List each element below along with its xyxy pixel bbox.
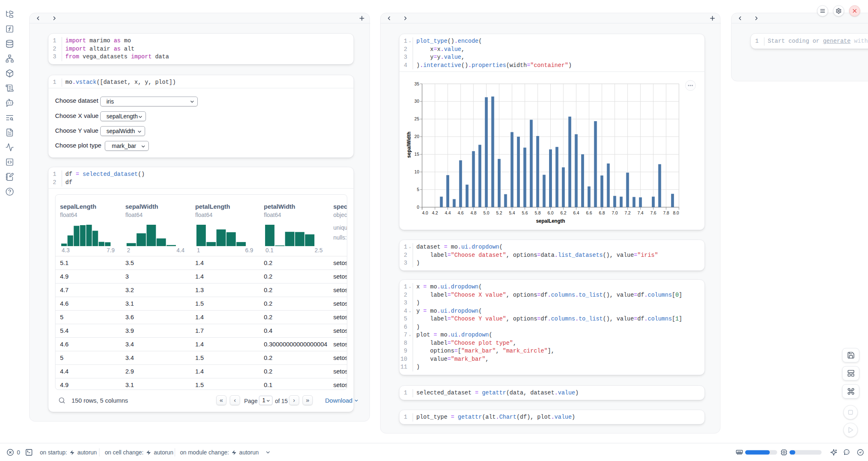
svg-text:7.0: 7.0 (612, 210, 618, 215)
svg-text:4.0: 4.0 (422, 210, 428, 215)
svg-text:15: 15 (414, 152, 419, 157)
svg-text:sepalWidth: sepalWidth (406, 131, 412, 158)
svg-text:5.2: 5.2 (496, 210, 502, 215)
svg-text:5: 5 (417, 187, 419, 192)
svg-text:10: 10 (414, 169, 419, 174)
svg-text:6.6: 6.6 (586, 210, 592, 215)
svg-text:5.4: 5.4 (509, 210, 515, 215)
svg-text:4.2: 4.2 (432, 210, 438, 215)
svg-text:7.6: 7.6 (650, 210, 656, 215)
svg-text:7.2: 7.2 (625, 210, 631, 215)
svg-text:6.8: 6.8 (599, 210, 605, 215)
svg-text:5.8: 5.8 (535, 210, 541, 215)
svg-text:4.6: 4.6 (457, 210, 464, 215)
svg-text:35: 35 (414, 81, 419, 86)
svg-text:5.0: 5.0 (483, 210, 489, 215)
svg-text:6.2: 6.2 (560, 210, 566, 215)
svg-text:8.0: 8.0 (673, 210, 679, 215)
svg-text:5.6: 5.6 (522, 210, 528, 215)
svg-text:6.0: 6.0 (547, 210, 554, 215)
svg-text:4.8: 4.8 (471, 210, 477, 215)
svg-text:30: 30 (414, 99, 419, 104)
svg-text:0: 0 (417, 205, 419, 210)
svg-text:25: 25 (414, 116, 419, 121)
svg-text:sepalLength: sepalLength (536, 218, 565, 224)
svg-text:20: 20 (414, 134, 419, 139)
svg-text:6.4: 6.4 (573, 210, 579, 215)
svg-text:7.8: 7.8 (663, 210, 669, 215)
svg-text:4.4: 4.4 (445, 210, 451, 215)
svg-text:7.4: 7.4 (637, 210, 644, 215)
